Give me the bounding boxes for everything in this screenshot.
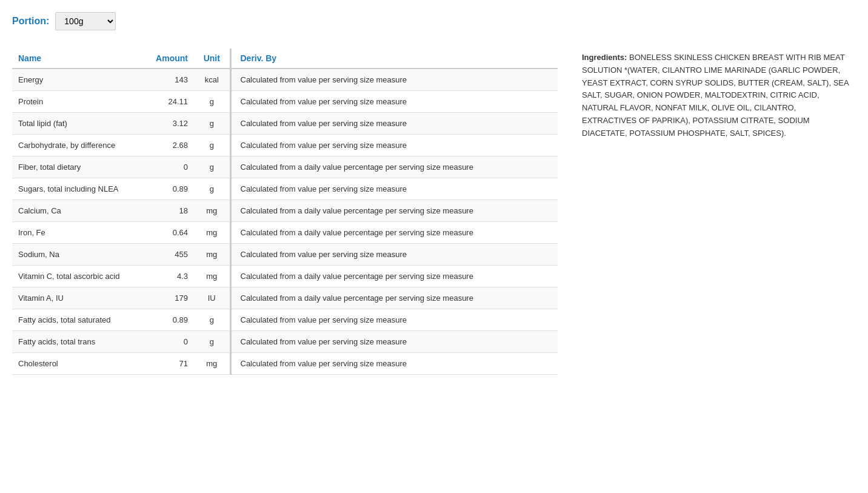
cell-name: Sugars, total including NLEA [12, 178, 145, 200]
table-row: Carbohydrate, by difference2.68gCalculat… [12, 135, 558, 156]
cell-deriv: Calculated from value per serving size m… [230, 353, 558, 375]
cell-unit: mg [194, 200, 230, 222]
nutrition-table: Name Amount Unit Deriv. By Energy143kcal… [12, 49, 558, 375]
cell-name: Carbohydrate, by difference [12, 135, 145, 156]
cell-unit: mg [194, 244, 230, 266]
table-row: Fatty acids, total saturated0.89gCalcula… [12, 309, 558, 331]
cell-name: Iron, Fe [12, 222, 145, 244]
cell-deriv: Calculated from a daily value percentage… [230, 287, 558, 309]
cell-amount: 71 [145, 353, 194, 375]
cell-amount: 143 [145, 69, 194, 91]
cell-amount: 2.68 [145, 135, 194, 156]
table-row: Protein24.11gCalculated from value per s… [12, 91, 558, 113]
table-row: Total lipid (fat)3.12gCalculated from va… [12, 113, 558, 135]
cell-amount: 0.89 [145, 178, 194, 200]
cell-amount: 3.12 [145, 113, 194, 135]
cell-deriv: Calculated from a daily value percentage… [230, 156, 558, 178]
cell-deriv: Calculated from a daily value percentage… [230, 266, 558, 287]
cell-deriv: Calculated from value per serving size m… [230, 178, 558, 200]
table-row: Energy143kcalCalculated from value per s… [12, 69, 558, 91]
cell-unit: g [194, 178, 230, 200]
col-header-unit: Unit [194, 49, 230, 69]
cell-unit: g [194, 91, 230, 113]
cell-amount: 455 [145, 244, 194, 266]
cell-name: Cholesterol [12, 353, 145, 375]
cell-amount: 0 [145, 156, 194, 178]
table-row: Vitamin A, IU179IUCalculated from a dail… [12, 287, 558, 309]
cell-name: Fatty acids, total saturated [12, 309, 145, 331]
cell-unit: g [194, 309, 230, 331]
col-header-deriv: Deriv. By [230, 49, 558, 69]
table-row: Sodium, Na455mgCalculated from value per… [12, 244, 558, 266]
cell-deriv: Calculated from value per serving size m… [230, 91, 558, 113]
cell-unit: g [194, 113, 230, 135]
portion-select[interactable]: 100g 50g 200g serving [55, 12, 116, 30]
table-row: Calcium, Ca18mgCalculated from a daily v… [12, 200, 558, 222]
cell-amount: 18 [145, 200, 194, 222]
cell-name: Fatty acids, total trans [12, 331, 145, 353]
cell-deriv: Calculated from value per serving size m… [230, 69, 558, 91]
cell-name: Protein [12, 91, 145, 113]
cell-amount: 0 [145, 331, 194, 353]
table-row: Cholesterol71mgCalculated from value per… [12, 353, 558, 375]
col-header-amount: Amount [145, 49, 194, 69]
cell-unit: mg [194, 266, 230, 287]
table-row: Fiber, total dietary0gCalculated from a … [12, 156, 558, 178]
cell-unit: kcal [194, 69, 230, 91]
cell-name: Sodium, Na [12, 244, 145, 266]
cell-deriv: Calculated from value per serving size m… [230, 331, 558, 353]
cell-deriv: Calculated from value per serving size m… [230, 135, 558, 156]
cell-name: Fiber, total dietary [12, 156, 145, 178]
cell-deriv: Calculated from value per serving size m… [230, 244, 558, 266]
cell-deriv: Calculated from value per serving size m… [230, 309, 558, 331]
cell-name: Vitamin C, total ascorbic acid [12, 266, 145, 287]
cell-unit: g [194, 331, 230, 353]
ingredients-panel: Ingredients: BONELESS SKINLESS CHICKEN B… [582, 49, 849, 140]
ingredients-text: BONELESS SKINLESS CHICKEN BREAST WITH RI… [582, 53, 849, 138]
portion-label: Portion: [12, 16, 49, 27]
cell-unit: mg [194, 353, 230, 375]
cell-name: Energy [12, 69, 145, 91]
cell-unit: IU [194, 287, 230, 309]
cell-amount: 179 [145, 287, 194, 309]
ingredients-label: Ingredients: [582, 53, 627, 62]
cell-deriv: Calculated from a daily value percentage… [230, 200, 558, 222]
cell-deriv: Calculated from value per serving size m… [230, 113, 558, 135]
cell-deriv: Calculated from a daily value percentage… [230, 222, 558, 244]
cell-amount: 24.11 [145, 91, 194, 113]
cell-amount: 0.89 [145, 309, 194, 331]
cell-amount: 0.64 [145, 222, 194, 244]
col-header-name: Name [12, 49, 145, 69]
table-row: Vitamin C, total ascorbic acid4.3mgCalcu… [12, 266, 558, 287]
table-row: Sugars, total including NLEA0.89gCalcula… [12, 178, 558, 200]
nutrition-table-wrapper: Name Amount Unit Deriv. By Energy143kcal… [12, 49, 558, 375]
cell-unit: g [194, 135, 230, 156]
cell-name: Vitamin A, IU [12, 287, 145, 309]
cell-unit: g [194, 156, 230, 178]
table-row: Iron, Fe0.64mgCalculated from a daily va… [12, 222, 558, 244]
cell-name: Total lipid (fat) [12, 113, 145, 135]
table-row: Fatty acids, total trans0gCalculated fro… [12, 331, 558, 353]
cell-name: Calcium, Ca [12, 200, 145, 222]
cell-amount: 4.3 [145, 266, 194, 287]
cell-unit: mg [194, 222, 230, 244]
